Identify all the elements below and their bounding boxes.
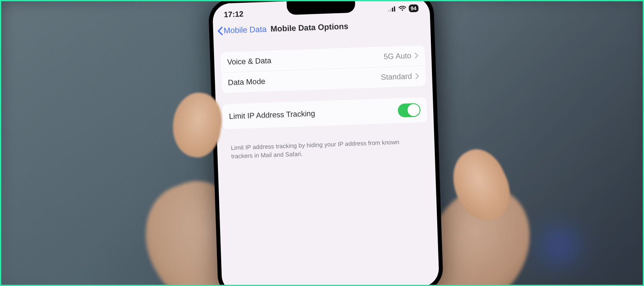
row-label: Voice & Data (227, 52, 384, 67)
notch (286, 0, 355, 15)
back-label: Mobile Data (224, 25, 267, 35)
settings-content: Voice & Data 5G Auto Data Mode Standard (214, 45, 435, 161)
chevron-left-icon (217, 26, 223, 35)
battery-level: 94 (411, 5, 417, 11)
limit-ip-toggle[interactable] (398, 103, 421, 118)
svg-rect-0 (388, 10, 389, 12)
chevron-right-icon (415, 73, 420, 79)
svg-rect-3 (394, 6, 395, 12)
row-label: Limit IP Address Tracking (229, 106, 398, 121)
battery-icon: 94 (408, 4, 418, 12)
cellular-icon (388, 6, 396, 12)
row-value: 5G Auto (383, 51, 411, 61)
nav-title: Mobile Data Options (270, 22, 348, 34)
chevron-right-icon (414, 52, 419, 59)
svg-rect-1 (390, 9, 391, 12)
group-footer-text: Limit IP address tracking by hiding your… (223, 133, 428, 161)
status-icons: 94 (388, 4, 419, 13)
phone-frame: 17:12 94 (208, 0, 443, 286)
row-limit-ip-tracking: Limit IP Address Tracking (222, 97, 427, 129)
wifi-icon (398, 6, 406, 12)
settings-group-privacy: Limit IP Address Tracking (222, 97, 427, 129)
row-label: Data Mode (228, 73, 381, 87)
toggle-knob (407, 104, 420, 116)
status-time: 17:12 (224, 10, 243, 19)
phone-screen: 17:12 94 (212, 0, 440, 286)
row-value: Standard (381, 72, 412, 82)
back-button[interactable]: Mobile Data (217, 25, 267, 35)
settings-group-connection: Voice & Data 5G Auto Data Mode Standard (220, 45, 426, 93)
svg-rect-2 (392, 8, 393, 12)
